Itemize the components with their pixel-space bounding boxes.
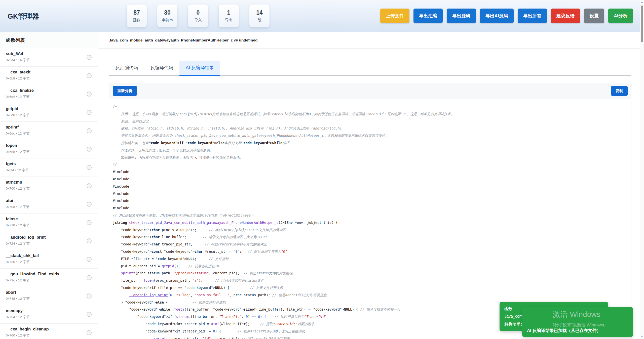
function-name: __cxa_atexit	[6, 70, 98, 74]
stat-card: 14段	[249, 5, 270, 27]
tab-AI 反编译结果[interactable]: AI 反编译结果	[179, 61, 220, 76]
function-list-item[interactable]: atoi0x70c • 12 字节	[0, 195, 98, 214]
function-list-item[interactable]: fclose0x718 • 12 字节	[0, 214, 98, 232]
code-line: "code-keyword">const "code-keyword">char…	[113, 248, 631, 255]
function-list-item[interactable]: sub_6A40x6a4 • 16 字节	[0, 48, 98, 67]
tab-bar: 反汇编代码反编译代码AI 反编译结果	[109, 61, 631, 76]
export-ai-source-button[interactable]: 导出AI源码	[480, 9, 514, 23]
function-meta: 0x6c4 • 12 字节	[6, 95, 98, 99]
select-circle-icon[interactable]	[87, 202, 92, 207]
code-line: file_ptr = fopen(proc_status_path, "r");…	[113, 277, 631, 284]
function-name: fopen	[6, 143, 98, 148]
code-line: #include	[113, 176, 631, 183]
function-name: sprintf	[6, 125, 98, 130]
select-circle-icon[interactable]	[87, 293, 92, 299]
scroll-down-icon[interactable]: ▼	[640, 335, 644, 338]
select-circle-icon[interactable]	[87, 147, 92, 152]
select-circle-icon[interactable]	[87, 275, 92, 280]
select-circle-icon[interactable]	[87, 55, 92, 60]
function-list-item[interactable]: fopen0x6e8 • 12 字节	[0, 140, 98, 158]
function-name: __cxa_finalize	[6, 88, 98, 93]
function-meta: 0x6b8 • 12 字节	[6, 76, 98, 81]
select-circle-icon[interactable]	[87, 73, 92, 78]
select-circle-icon[interactable]	[87, 92, 92, 97]
export-source-button[interactable]: 导出源码	[447, 9, 476, 23]
function-meta: 0x6a4 • 16 字节	[6, 58, 98, 62]
code-line: */	[113, 161, 631, 168]
header-action-buttons: 上传文件导出汇编导出源码导出AI源码导出所有建议反馈设置AI分析	[380, 9, 633, 23]
screen: GK管理器 87函数30字符串0导入1导出14段 上传文件导出汇编导出源码导出A…	[0, 0, 644, 339]
code-line: #include	[113, 190, 631, 197]
page-scrollbar[interactable]: ▲ ▼	[640, 0, 644, 339]
ai-analysis-button[interactable]: AI分析	[608, 9, 633, 23]
select-circle-icon[interactable]	[87, 183, 92, 188]
stat-value: 30	[164, 9, 171, 16]
decompile-panel: 重新分析 复制 /* 作用: 这是一个JNI函数，通过读取/proc/[pid]…	[109, 83, 631, 339]
function-name: memcpy	[6, 308, 98, 313]
select-circle-icon[interactable]	[87, 220, 92, 225]
function-list-item[interactable]: __gnu_Unwind_Find_exidx0x73c • 12 字节	[0, 269, 98, 287]
stat-value: 14	[256, 9, 263, 16]
function-list-item[interactable]: __stack_chk_fail0x730 • 12 字节	[0, 250, 98, 269]
function-list-item[interactable]: memcpy0x754 • 12 字节	[0, 305, 98, 324]
function-name: strncmp	[6, 180, 98, 185]
select-circle-icon[interactable]	[87, 165, 92, 170]
function-meta: 0x70c • 12 字节	[6, 205, 98, 209]
code-line: pid_t current_pid = getpid(); // 获取当前进程I…	[113, 263, 631, 270]
export-asm-button[interactable]: 导出汇编	[413, 9, 443, 23]
select-circle-icon[interactable]	[87, 238, 92, 243]
function-list-item[interactable]: strncmp0x700 • 12 字节	[0, 177, 98, 195]
feedback-button[interactable]: 建议反馈	[551, 9, 580, 23]
tab-反汇编代码[interactable]: 反汇编代码	[109, 61, 144, 75]
copy-button[interactable]: 复制	[611, 86, 628, 96]
stat-label: 段	[258, 18, 261, 23]
tab-反编译代码[interactable]: 反编译代码	[144, 61, 179, 75]
code-line: 依赖: c标准库 (stdio.h, stdlib.h, string.h, u…	[113, 125, 631, 132]
code-line: /*	[113, 103, 631, 110]
code-line: "code-keyword">char proc_status_path; //…	[113, 226, 631, 234]
code-line: __android_log_print(6, "s_log", "open %s…	[113, 291, 631, 299]
function-name: __stack_chk_fail	[6, 253, 98, 258]
function-list-item[interactable]: sprintf0x6dc • 12 字节	[0, 122, 98, 140]
function-list-item[interactable]: __cxa_atexit0x6b8 • 12 字节	[0, 67, 98, 85]
code-line: 加固识别: 函数核心功能为反调试检测。函数名'c'可能是一种轻微的名称混淆。	[113, 154, 631, 161]
code-line: 算法识别: 无标准算法，但包含一个常见的反调试检测逻辑。	[113, 147, 631, 154]
select-circle-icon[interactable]	[87, 128, 92, 133]
stat-value: 87	[133, 9, 140, 16]
select-circle-icon[interactable]	[87, 330, 92, 335]
upload-file-button[interactable]: 上传文件	[380, 9, 409, 23]
code-line: 来源: 用户自定义	[113, 118, 631, 125]
function-meta: 0x6f4 • 12 字节	[6, 168, 98, 173]
stat-label: 函数	[133, 18, 140, 23]
function-list-item[interactable]: __cxa_finalize0x6c4 • 12 字节	[0, 85, 98, 103]
function-list-item[interactable]: __android_log_print0x724 • 12 字节	[0, 232, 98, 250]
panel-toolbar: 重新分析 复制	[109, 83, 631, 99]
function-list-item[interactable]: abort0x748 • 12 字节	[0, 287, 98, 305]
function-list-item[interactable]: __cxa_begin_cleanup0x760 • 12 字节	[0, 324, 98, 339]
function-name: fclose	[6, 217, 98, 221]
function-meta: 0x700 • 12 字节	[6, 186, 98, 191]
function-title: Java_com_mobile_auth_gatewayauth_PhoneNu…	[98, 32, 640, 49]
stat-card: 0导入	[188, 5, 208, 27]
function-list-item[interactable]: fgets0x6f4 • 12 字节	[0, 158, 98, 177]
reanalyze-button[interactable]: 重新分析	[113, 86, 137, 96]
function-name: atoi	[6, 198, 98, 203]
scroll-up-icon[interactable]: ▲	[640, 1, 644, 4]
scrollbar-thumb[interactable]	[641, 6, 643, 42]
stats-cards: 87函数30字符串0导入1导出14段	[127, 5, 270, 27]
function-meta: 0x760 • 12 字节	[6, 333, 98, 338]
select-circle-icon[interactable]	[87, 257, 92, 262]
select-circle-icon[interactable]	[87, 110, 92, 115]
stat-label: 导出	[225, 18, 233, 23]
stat-card: 30字符串	[157, 5, 177, 27]
function-list-item[interactable]: getpid0x6d0 • 12 字节	[0, 103, 98, 122]
function-name: getpid	[6, 106, 98, 111]
code-line: #include	[113, 183, 631, 190]
settings-button[interactable]: 设置	[584, 9, 604, 23]
export-all-button[interactable]: 导出所有	[518, 9, 547, 23]
main-content: Java_com_mobile_auth_gatewayauth_PhoneNu…	[98, 32, 640, 339]
code-line: jstring check_tracer_pid_Java_com_mobile…	[113, 219, 631, 226]
function-name: __android_log_print	[6, 235, 98, 240]
select-circle-icon[interactable]	[87, 312, 92, 317]
stat-value: 1	[227, 9, 231, 16]
